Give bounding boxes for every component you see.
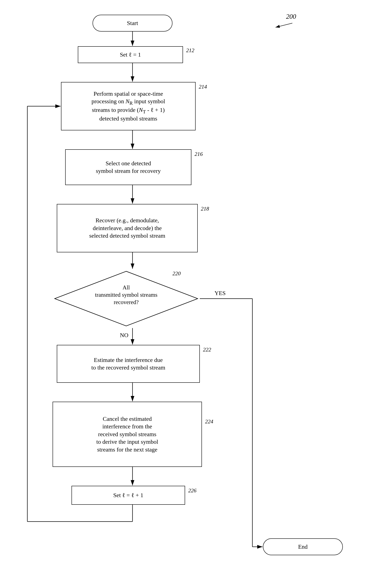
- set-l-1-node: Set ℓ = 1: [78, 46, 183, 63]
- ref-222: 222: [203, 346, 211, 353]
- svg-line-3: [276, 23, 292, 27]
- estimate-node: Estimate the interference dueto the reco…: [57, 345, 200, 383]
- ref-200: 200: [286, 13, 296, 21]
- cancel-node: Cancel the estimatedinterference from th…: [53, 402, 202, 467]
- ref-220: 220: [172, 271, 181, 277]
- ref-212: 212: [186, 47, 194, 54]
- recover-node: Recover (e.g., demodulate,deinterleave, …: [57, 204, 198, 252]
- end-node: End: [263, 538, 343, 555]
- no-label: NO: [120, 332, 128, 339]
- ref-226: 226: [188, 487, 196, 494]
- ref-224: 224: [205, 419, 213, 425]
- ref-218: 218: [201, 206, 209, 212]
- start-node: Start: [93, 15, 172, 32]
- yes-label: YES: [214, 290, 226, 296]
- select-node: Select one detectedsymbol stream for rec…: [65, 149, 191, 185]
- ref-216: 216: [195, 151, 203, 157]
- ref-214: 214: [199, 84, 207, 90]
- perform-node: Perform spatial or space-timeprocessing …: [61, 82, 196, 130]
- decision-node: Alltransmitted symbol streamsrecovered?: [53, 269, 200, 328]
- set-l-inc-node: Set ℓ = ℓ + 1: [72, 486, 185, 505]
